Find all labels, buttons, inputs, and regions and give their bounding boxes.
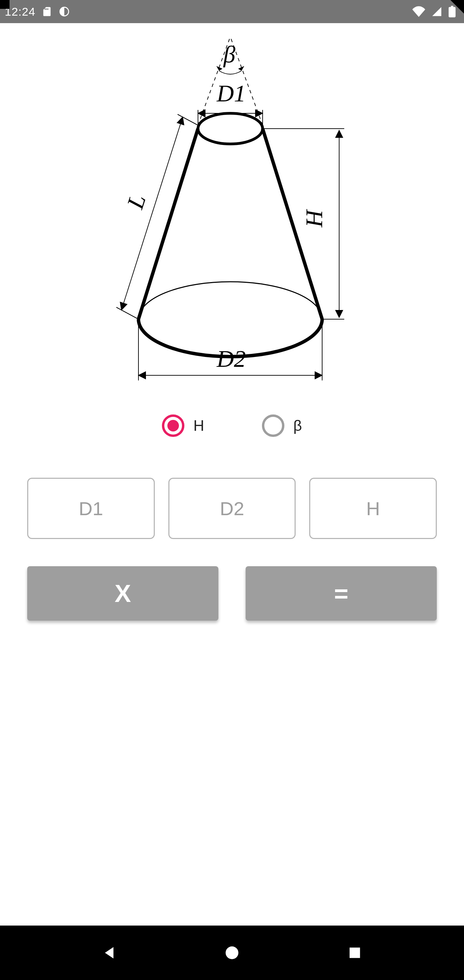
input-d2-placeholder: D2 [220, 498, 244, 520]
input-d1[interactable]: D1 [27, 478, 155, 539]
app-content: β D1 L H D2 H β D1 D2 H [0, 23, 464, 926]
cone-diagram: β D1 L H D2 [0, 23, 464, 387]
nav-home-button[interactable] [218, 939, 246, 966]
input-d2[interactable]: D2 [168, 478, 296, 539]
mode-radio-group: H β [0, 414, 464, 437]
svg-point-17 [226, 946, 238, 959]
signal-icon [431, 6, 442, 17]
buttons-row: X = [0, 566, 464, 620]
equals-button[interactable]: = [246, 566, 437, 620]
nav-recent-button[interactable] [341, 939, 369, 966]
clear-button[interactable]: X [27, 566, 218, 620]
diagram-label-d1: D1 [216, 80, 246, 107]
radio-dot-icon [162, 414, 184, 437]
status-left: 12:24 [5, 5, 70, 18]
svg-line-6 [116, 307, 138, 319]
svg-point-14 [198, 113, 262, 144]
svg-line-15 [138, 129, 198, 319]
equals-button-label: = [334, 579, 348, 608]
status-right [412, 6, 456, 18]
radio-dot-icon [262, 414, 284, 437]
battery-icon [448, 6, 456, 18]
input-d1-placeholder: D1 [79, 498, 103, 520]
status-bar: 12:24 [0, 0, 464, 23]
triangle-back-icon [101, 944, 118, 961]
input-h[interactable]: H [309, 478, 437, 539]
nav-back-button[interactable] [95, 939, 123, 966]
circle-home-icon [224, 944, 240, 961]
inputs-row: D1 D2 H [0, 478, 464, 539]
radio-h-label: H [193, 417, 204, 434]
diagram-label-d2: D2 [216, 346, 246, 372]
square-recent-icon [347, 945, 362, 961]
svg-rect-18 [350, 948, 360, 958]
contrast-icon [59, 6, 70, 18]
sd-card-icon [41, 6, 52, 17]
radio-h[interactable]: H [162, 414, 204, 437]
diagram-label-beta: β [223, 41, 235, 67]
diagram-label-l: L [122, 191, 151, 212]
android-nav-bar [0, 926, 464, 980]
clear-button-label: X [114, 579, 131, 608]
input-h-placeholder: H [366, 498, 380, 520]
wifi-icon [412, 6, 425, 17]
display-cutout-left [0, 0, 10, 9]
diagram-label-h: H [301, 209, 327, 228]
radio-beta-label: β [293, 417, 302, 434]
radio-beta[interactable]: β [262, 414, 302, 437]
